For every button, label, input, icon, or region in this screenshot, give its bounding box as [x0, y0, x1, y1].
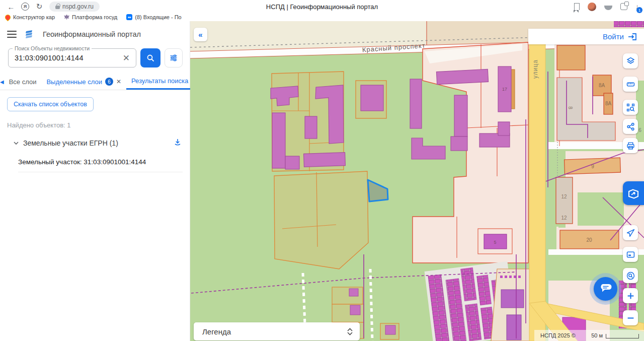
menu-icon[interactable] [7, 31, 17, 38]
legend-bar[interactable]: Легенда [194, 322, 360, 340]
road-yellow [529, 41, 545, 341]
search-icon [146, 54, 154, 62]
map-canvas[interactable]: Красный проспект улица 8 8А 8А 9 12 12 2… [190, 21, 644, 341]
downloads-button[interactable]: ↓ 1 [635, 2, 639, 11]
attribution-text: НСПД 2025 © [540, 332, 576, 338]
basemap-button[interactable] [623, 181, 644, 205]
scale-label: 50 м [591, 332, 603, 338]
svg-text:8: 8 [568, 106, 573, 109]
scale-bracket [606, 334, 639, 338]
svg-text:9: 9 [591, 164, 594, 169]
scale-bar: 50 м [591, 332, 639, 338]
download-icon [174, 138, 182, 146]
ruler-button[interactable] [623, 77, 638, 92]
layer-tabs: ◀ Все слои Выделенные слои 6 ✕ Результат… [0, 74, 190, 90]
chevron-down-icon [13, 140, 19, 146]
map-container: Красный проспект улица 8 8А 8А 9 12 12 2… [190, 21, 644, 341]
feedback-chat-button[interactable] [594, 277, 617, 301]
legend-toggle-icon[interactable] [347, 328, 353, 335]
clear-search-icon[interactable]: ✕ [121, 53, 132, 63]
found-count-text: Найдено объектов: 1 [7, 121, 183, 129]
result-group-title: Земельные участки ЕГРН (1) [23, 139, 118, 147]
overview-map-button[interactable] [623, 247, 638, 262]
street-label-side: улица [532, 59, 539, 79]
legend-label: Легенда [202, 327, 231, 336]
print-button[interactable] [623, 138, 638, 153]
svg-text:17: 17 [502, 87, 507, 92]
search-field-label: Поиск Объекты недвижимости [13, 45, 92, 51]
ruler-icon [626, 80, 635, 89]
search-filters-button[interactable] [165, 48, 183, 67]
object-search-button[interactable] [623, 100, 638, 115]
bookmark-map-constructor[interactable]: Конструктор кар [5, 14, 55, 20]
eagle-icon [64, 15, 69, 20]
refresh-icon[interactable]: ↻ [33, 2, 45, 11]
overview-map-icon [626, 250, 635, 259]
tabs-scroll-left-icon[interactable]: ◀ [0, 74, 4, 90]
browser-logo-icon[interactable]: Я [21, 3, 29, 11]
download-object-list-button[interactable]: Скачать список объектов [7, 97, 94, 111]
geolocation-icon [626, 229, 635, 237]
chat-bubble-icon [599, 283, 612, 295]
layers-icon [626, 57, 635, 65]
left-panel: Геоинформационный портал Поиск Объекты н… [0, 21, 190, 341]
basemap-icon [627, 187, 640, 200]
share-icon [626, 122, 635, 131]
address-bar[interactable]: nspd.gov.ru [49, 2, 100, 12]
search-area-icon [626, 271, 635, 280]
vk-icon: вк [126, 14, 132, 20]
lock-icon [55, 6, 60, 9]
svg-text:20: 20 [586, 237, 592, 243]
print-icon [626, 142, 635, 150]
layers-button[interactable] [623, 53, 638, 69]
minus-icon [627, 314, 634, 322]
avatar[interactable] [588, 3, 596, 11]
login-label: Войти [603, 32, 624, 41]
search-input[interactable]: 31:03:0901001:4144 [15, 54, 121, 62]
map-pin-icon [4, 13, 12, 21]
extensions-icon[interactable] [620, 3, 627, 10]
search-field[interactable]: Поиск Объекты недвижимости 31:03:0901001… [8, 48, 136, 67]
svg-text:12: 12 [561, 194, 567, 199]
svg-text:8А: 8А [605, 101, 612, 106]
result-item[interactable]: Земельный участок: 31:03:0901001:4144 [18, 153, 183, 172]
sliders-icon [170, 54, 178, 62]
collapse-panel-button[interactable]: « [194, 28, 207, 41]
zoom-in-button[interactable] [623, 288, 638, 303]
object-search-icon [626, 103, 635, 112]
login-icon [628, 33, 637, 41]
svg-text:6: 6 [638, 127, 641, 133]
svg-text:5: 5 [494, 240, 496, 245]
collections-icon[interactable] [604, 6, 612, 10]
tab-all-layers[interactable]: Все слои [4, 74, 42, 90]
map-attribution: НСПД 2025 © 50 м [534, 330, 644, 341]
download-badge: 1 [636, 7, 642, 13]
geolocation-button[interactable] [623, 225, 638, 240]
address-text: nspd.gov.ru [62, 3, 94, 10]
plus-icon [627, 292, 634, 300]
bookmarks-bar: Конструктор кар Платформа госуд вк (8) В… [0, 13, 644, 21]
close-tab-icon[interactable]: ✕ [116, 78, 121, 85]
search-area-button[interactable] [623, 268, 638, 283]
selected-layers-badge: 6 [105, 78, 113, 86]
share-button[interactable] [623, 119, 638, 134]
browser-chrome: ← Я ↻ nspd.gov.ru НСПД | Геоинформационн… [0, 0, 644, 21]
bookmark-vk-inbox[interactable]: вк (8) Входящие - По [126, 14, 181, 20]
back-icon[interactable]: ← [5, 3, 17, 11]
zoom-out-button[interactable] [623, 310, 638, 325]
result-group-header[interactable]: Земельные участки ЕГРН (1) [7, 136, 183, 153]
app-title: Геоинформационный портал [43, 30, 141, 38]
bookmark-flag-icon[interactable] [574, 3, 580, 10]
nspd-logo-icon [24, 28, 36, 40]
svg-text:8А: 8А [599, 83, 605, 88]
download-group-button[interactable] [174, 138, 182, 148]
svg-text:12: 12 [561, 215, 567, 221]
search-button[interactable] [140, 48, 160, 67]
bookmark-gov-platform[interactable]: Платформа госуд [64, 14, 117, 20]
tab-selected-layers[interactable]: Выделенные слои 6 ✕ [41, 74, 126, 90]
login-bar[interactable]: Войти [528, 29, 644, 44]
